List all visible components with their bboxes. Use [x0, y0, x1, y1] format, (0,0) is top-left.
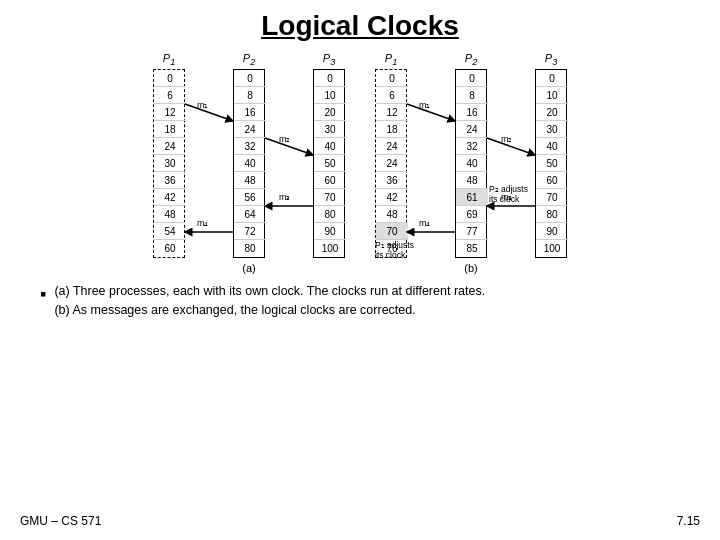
diagram-b: P1 0 6 12 18 24 24 36 42 48 70 76 [375, 52, 567, 274]
caption-bullet: ▪ [40, 284, 46, 305]
footer-right: 7.15 [677, 514, 700, 528]
proc-a-p3: P3 0 10 20 30 40 50 60 70 80 90 100 [313, 52, 345, 258]
footer-left: GMU – CS 571 [20, 514, 101, 528]
page: Logical Clocks P1 0 6 12 18 24 30 36 42 [0, 0, 720, 540]
caption-section: ▪ (a) Three processes, each with its own… [20, 282, 700, 320]
footer: GMU – CS 571 7.15 [0, 514, 720, 528]
diagram-a-cols: P1 0 6 12 18 24 30 36 42 48 54 60 [153, 52, 345, 258]
diagram-b-label: (b) [375, 262, 567, 274]
diagrams-row: P1 0 6 12 18 24 30 36 42 48 54 60 [20, 52, 700, 274]
diagram-a-label: (a) [153, 262, 345, 274]
proc-b-p1: P1 0 6 12 18 24 24 36 42 48 70 76 [375, 52, 407, 258]
diagram-a: P1 0 6 12 18 24 30 36 42 48 54 60 [153, 52, 345, 274]
proc-a-p1: P1 0 6 12 18 24 30 36 42 48 54 60 [153, 52, 185, 258]
proc-a-p2: P2 0 8 16 24 32 40 48 56 64 72 80 [233, 52, 265, 258]
caption-line1: (a) Three processes, each with its own c… [54, 284, 485, 298]
proc-b-p3: P3 0 10 20 30 40 50 60 70 80 90 100 [535, 52, 567, 258]
diagram-b-cols: P1 0 6 12 18 24 24 36 42 48 70 76 [375, 52, 567, 258]
proc-b-p2: P2 0 8 16 24 32 40 48 61 69 77 85 [455, 52, 487, 258]
caption-line2: (b) As messages are exchanged, the logic… [54, 303, 415, 317]
caption-text: (a) Three processes, each with its own c… [54, 282, 485, 320]
page-title: Logical Clocks [20, 10, 700, 42]
